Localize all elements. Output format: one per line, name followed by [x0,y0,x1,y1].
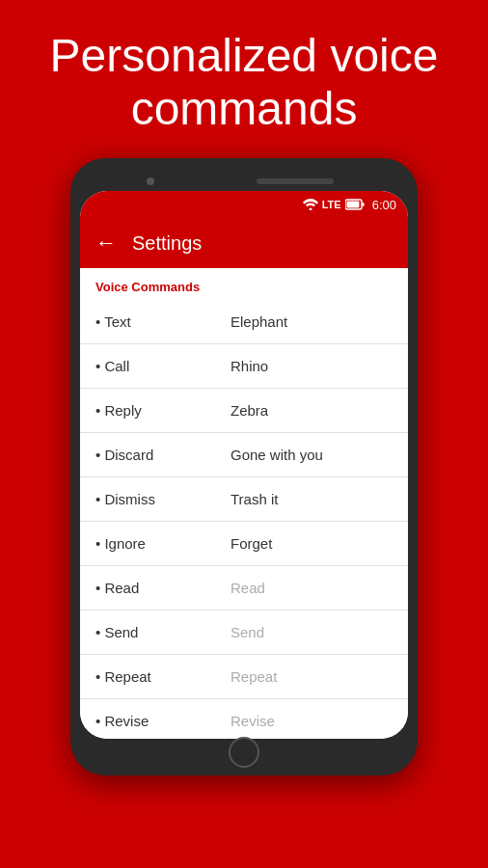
command-label: • Call [95,358,230,374]
command-value[interactable]: Elephant [230,313,393,330]
svg-rect-3 [346,202,359,208]
commands-list: • TextElephant• CallRhino• ReplyZebra• D… [80,300,408,739]
lte-icon: LTE [322,199,341,210]
command-label: • Dismiss [95,491,230,507]
command-value[interactable]: Forget [230,535,393,552]
speaker-grille [257,178,334,184]
battery-icon [345,199,365,210]
command-label: • Text [95,313,230,330]
back-button[interactable]: ← [95,231,117,256]
settings-content: Voice Commands • TextElephant• CallRhino… [80,268,408,739]
command-value[interactable]: Send [230,624,393,640]
app-bar-title: Settings [132,232,202,255]
home-button[interactable] [229,737,259,768]
command-row: • SendSend [80,610,408,655]
section-header: Voice Commands [80,268,408,300]
command-label: • Ignore [95,535,230,552]
command-row: • IgnoreForget [80,522,408,566]
command-row: • DismissTrash it [80,477,408,522]
status-time: 6:00 [372,198,396,212]
command-row: • TextElephant [80,300,408,344]
phone-frame: LTE 6:00 ← Settings Voice Commands • Tex… [70,158,418,775]
command-label: • Read [95,580,230,596]
status-icons: LTE [303,199,365,210]
command-row: • ReadRead [80,566,408,610]
command-row: • CallRhino [80,344,408,389]
camera-dot [147,177,154,185]
command-row: • ReplyZebra [80,389,408,433]
command-row: • RepeatRepeat [80,655,408,699]
command-label: • Repeat [95,668,230,685]
command-row: • ReviseRevise [80,699,408,739]
command-label: • Revise [95,713,230,729]
command-label: • Discard [95,447,230,463]
wifi-icon [303,199,318,210]
command-value[interactable]: Trash it [230,491,393,507]
app-bar: ← Settings [80,218,408,268]
command-label: • Send [95,624,230,640]
phone-screen: LTE 6:00 ← Settings Voice Commands • Tex… [80,191,408,739]
command-value[interactable]: Zebra [230,402,393,419]
command-label: • Reply [95,402,230,419]
status-bar: LTE 6:00 [80,191,408,218]
command-value[interactable]: Gone with you [230,447,393,463]
command-value[interactable]: Rhino [230,358,393,374]
hero-title: Personalized voice commands [0,0,488,158]
command-value[interactable]: Read [230,580,393,596]
svg-point-0 [309,208,312,211]
top-bezel [80,168,408,191]
command-value[interactable]: Revise [230,713,393,729]
command-value[interactable]: Repeat [230,668,393,685]
svg-rect-2 [362,203,364,206]
bottom-bezel [80,739,408,766]
command-row: • DiscardGone with you [80,433,408,477]
